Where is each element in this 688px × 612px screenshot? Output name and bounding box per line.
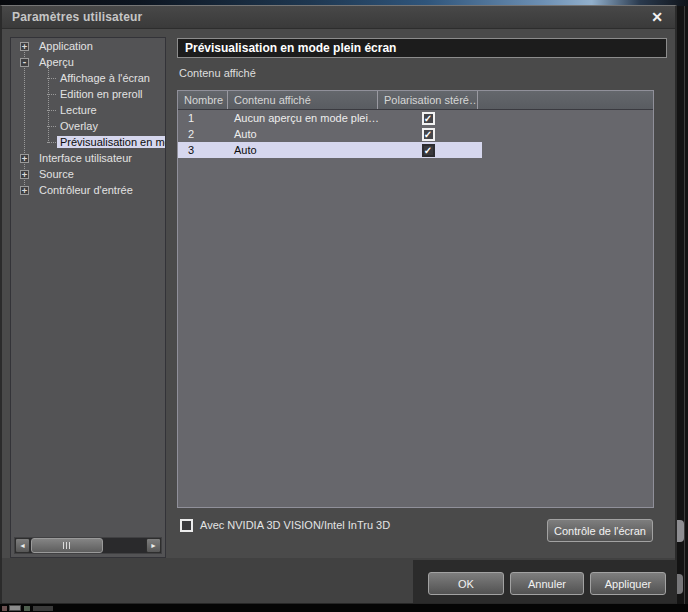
scroll-right-arrow-icon[interactable]: ► [146, 538, 161, 553]
background-button-fragment [677, 574, 683, 594]
column-header-polarisation[interactable]: Polarisation stéré… [378, 91, 478, 109]
check-icon: ✓ [424, 130, 432, 139]
scrollbar-thumb[interactable] [31, 538, 103, 553]
nvidia-3d-option: Avec NVIDIA 3D VISION/Intel InTru 3D [180, 517, 390, 533]
tree-horizontal-scrollbar[interactable]: ◄ ► [14, 537, 162, 554]
desktop-fragment [33, 606, 53, 611]
table-row[interactable]: 1 Aucun aperçu en mode plei… ✓ [178, 110, 653, 126]
nvidia-3d-checkbox[interactable] [180, 519, 193, 532]
cancel-button[interactable]: Annuler [510, 572, 584, 595]
check-icon: ✓ [424, 146, 432, 155]
table-row-selected[interactable]: 3 Auto ✓ [178, 142, 653, 158]
tree-item-previsualisation[interactable]: Prévisualisation en mo [11, 134, 165, 150]
tree-item-affichage-ecran[interactable]: Affichage à l'écran [11, 70, 165, 86]
scrollbar-grip-icon [63, 542, 71, 549]
desktop-fragment [24, 606, 30, 611]
desktop-fragment [2, 606, 7, 611]
apply-button[interactable]: Appliquer [590, 572, 666, 595]
nvidia-3d-label: Avec NVIDIA 3D VISION/Intel InTru 3D [200, 519, 390, 531]
background-button-fragment [677, 520, 684, 542]
collapse-icon[interactable]: - [20, 58, 29, 67]
column-header-contenu[interactable]: Contenu affiché [228, 91, 378, 109]
content-table: Nombre Contenu affiché Polarisation stér… [177, 90, 654, 508]
ok-button[interactable]: OK [428, 572, 504, 595]
user-settings-dialog: Paramètres utilisateur ✕ + Application -… [0, 5, 677, 604]
stereo-polarisation-checkbox[interactable]: ✓ [422, 128, 435, 141]
close-icon[interactable]: ✕ [648, 9, 666, 25]
table-header: Nombre Contenu affiché Polarisation stér… [178, 91, 653, 110]
column-header-nombre[interactable]: Nombre [178, 91, 228, 109]
desktop-fragment [9, 605, 21, 611]
tree-item-lecture[interactable]: Lecture [11, 102, 165, 118]
section-label: Contenu affiché [179, 67, 256, 79]
expand-icon[interactable]: + [20, 42, 29, 51]
tree-item-overlay[interactable]: Overlay [11, 118, 165, 134]
tree-item-source[interactable]: + Source [11, 166, 165, 182]
tree-item-controleur-entree[interactable]: + Contrôleur d'entrée [11, 182, 165, 198]
expand-icon[interactable]: + [20, 170, 29, 179]
page-title: Prévisualisation en mode plein écran [177, 38, 667, 58]
screen: Paramètres utilisateur ✕ + Application -… [0, 0, 688, 612]
background-window-edge [677, 6, 688, 612]
tree-item-edition-preroll[interactable]: Edition en preroll [11, 86, 165, 102]
settings-tree: + Application - Aperçu Affichage à l'écr… [10, 37, 166, 558]
table-row[interactable]: 2 Auto ✓ [178, 126, 653, 142]
expand-icon[interactable]: + [20, 154, 29, 163]
tree-item-application[interactable]: + Application [11, 38, 165, 54]
tree-item-apercu[interactable]: - Aperçu [11, 54, 165, 70]
dialog-title: Paramètres utilisateur [12, 10, 142, 24]
stereo-polarisation-checkbox[interactable]: ✓ [422, 112, 435, 125]
background-window-border [684, 6, 685, 612]
stereo-polarisation-checkbox[interactable]: ✓ [422, 144, 435, 157]
column-header-filler [478, 91, 653, 109]
desktop-bottom [0, 604, 688, 612]
scroll-left-arrow-icon[interactable]: ◄ [15, 538, 30, 553]
tree-item-interface-utilisateur[interactable]: + Interface utilisateur [11, 150, 165, 166]
expand-icon[interactable]: + [20, 186, 29, 195]
title-bar[interactable]: Paramètres utilisateur ✕ [2, 6, 675, 29]
check-icon: ✓ [424, 114, 432, 123]
screen-control-button[interactable]: Contrôle de l'écran [547, 519, 653, 542]
